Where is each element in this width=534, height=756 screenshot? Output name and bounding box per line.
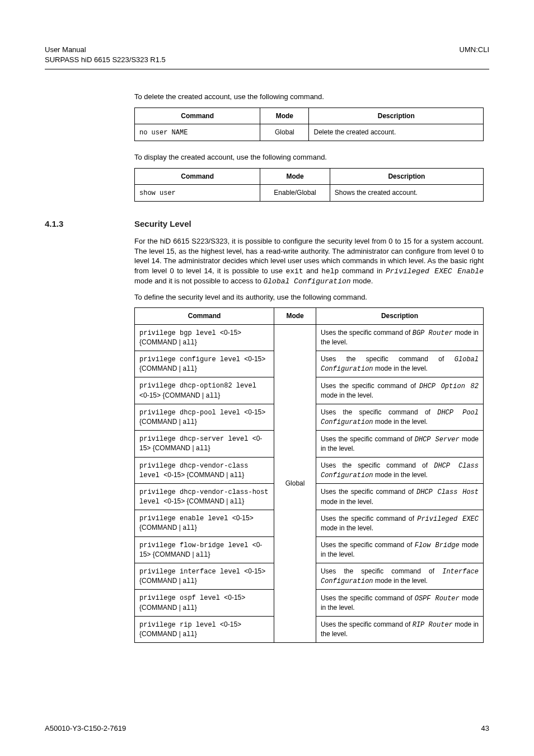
cmd-all: all <box>182 365 195 373</box>
cmd-exit: exit <box>285 267 303 276</box>
cmd-part: privilege rip level <box>139 621 220 629</box>
desc-text: Uses the specific command of <box>321 461 434 469</box>
th-command: Command <box>135 168 260 184</box>
td-desc: Uses the specific command of Interface C… <box>316 563 483 590</box>
cmd-all: all <box>182 631 195 638</box>
td-desc: Shows the created account. <box>330 184 483 201</box>
desc-mode-name: DHCP Class Host <box>416 488 479 496</box>
para-display: To display the created account, use the … <box>134 152 484 162</box>
cmd-level-range: <0-15> <box>224 594 245 601</box>
td-command: privilege configure level <0-15> {COMMAN… <box>135 351 274 377</box>
desc-mode-name: OSPF Router <box>415 595 460 603</box>
desc-text: Uses the specific command of <box>321 620 413 628</box>
td-desc: Uses the specific command of Flow Bridge… <box>316 536 483 563</box>
desc-mode-name: DHCP Option 82 <box>419 382 479 390</box>
text: mode. <box>351 277 373 285</box>
cmd-all: all <box>196 445 208 452</box>
cmd-all: all <box>182 604 195 612</box>
cmd-level-range: <0-15> <box>244 355 265 363</box>
cmd-part: {COMMAND <box>139 604 179 612</box>
cmd-level-range: <0-15> <box>220 329 241 337</box>
cmd-part: privilege bgp level <box>139 329 220 337</box>
cmd-part: } <box>195 524 197 531</box>
header-left-line1: User Manual <box>45 45 166 55</box>
td-command: privilege enable level <0-15> {COMMAND |… <box>135 510 274 536</box>
section-title: Security Level <box>134 219 191 228</box>
cmd-text: no user NAME <box>139 129 188 137</box>
cmd-all: all <box>230 472 242 479</box>
desc-mode-name: Privileged EXEC <box>417 515 479 523</box>
cmd-part: privilege dhcp-option82 level <box>139 382 256 390</box>
desc-mode-name: Flow Bridge <box>415 542 460 549</box>
cmd-all: all <box>206 392 218 400</box>
td-desc: Uses the specific command of DHCP Class … <box>316 457 483 483</box>
cmd-part: {COMMAND <box>139 577 179 585</box>
td-desc: Uses the specific command of OSPF Router… <box>316 590 483 616</box>
cmd-level-range: <0-15> <box>244 567 265 575</box>
th-description: Description <box>330 168 483 184</box>
cmd-all: all <box>182 577 195 585</box>
desc-mode-name: RIP Router <box>413 621 453 629</box>
desc-text: mode in the level. <box>321 498 373 506</box>
cmd-text: show user <box>139 189 176 197</box>
th-description: Description <box>309 108 484 124</box>
desc-text: Uses the specific command of <box>321 408 437 416</box>
cmd-part: } <box>208 550 210 558</box>
cmd-part: } <box>195 577 197 585</box>
td-command: no user NAME <box>135 124 260 141</box>
td-desc: Uses the specific command of RIP Router … <box>316 616 483 642</box>
td-mode: Global <box>274 324 316 643</box>
cmd-level-range: <0-15> <box>220 620 241 628</box>
td-desc: Uses the specific command of DHCP Class … <box>316 483 483 510</box>
cmd-part: {COMMAND <box>151 550 192 558</box>
header: User Manual SURPASS hiD 6615 S223/S323 R… <box>45 45 489 69</box>
th-mode: Mode <box>274 308 316 324</box>
cmd-part: } <box>208 444 210 452</box>
footer-left: A50010-Y3-C150-2-7619 <box>45 724 126 734</box>
cmd-part: privilege enable level <box>139 515 232 522</box>
cmd-part: privilege configure level <box>139 356 244 363</box>
desc-text: Uses the specific command of <box>321 329 413 337</box>
cmd-part: } <box>195 604 197 612</box>
th-mode: Mode <box>260 168 330 184</box>
cmd-all: all <box>182 524 195 532</box>
td-command: privilege ospf level <0-15> {COMMAND | a… <box>135 590 274 616</box>
cmd-part: {COMMAND <box>139 365 179 372</box>
text: and <box>303 267 322 275</box>
td-command: privilege dhcp-server level <0-15> {COMM… <box>135 431 274 457</box>
cmd-part: privilege dhcp-server level <box>139 435 252 443</box>
header-left: User Manual SURPASS hiD 6615 S223/S323 R… <box>45 45 166 64</box>
section-body: For the hiD 6615 S223/S323, it is possib… <box>45 236 489 643</box>
desc-text: mode in the level. <box>373 418 428 426</box>
body-content: To delete the created account, use the f… <box>45 92 489 202</box>
desc-mode-name: DHCP Server <box>415 436 460 444</box>
cmd-part: {COMMAND <box>139 524 179 531</box>
td-command: privilege dhcp-vendor-class level <0-15>… <box>135 457 274 483</box>
td-command: privilege dhcp-pool level <0-15> {COMMAN… <box>135 404 274 430</box>
desc-text: Uses the specific command of <box>321 355 455 363</box>
footer-right: 43 <box>481 724 489 734</box>
desc-text: Uses the specific command of <box>321 435 415 443</box>
td-desc: Uses the specific command of Global Conf… <box>316 351 483 377</box>
desc-text: Uses the specific command of <box>321 382 419 390</box>
desc-text: mode in the level. <box>373 365 428 372</box>
footer: A50010-Y3-C150-2-7619 43 <box>45 724 489 734</box>
table-delete: Command Mode Description no user NAME Gl… <box>134 108 484 141</box>
cmd-all: all <box>182 339 195 347</box>
td-command: privilege rip level <0-15> {COMMAND | al… <box>135 616 274 642</box>
td-command: show user <box>135 184 260 201</box>
header-right: UMN:CLI <box>460 45 489 64</box>
desc-text: Uses the specific command of <box>321 515 417 522</box>
cmd-part: {COMMAND <box>151 444 192 452</box>
desc-text: mode in the level. <box>373 577 428 585</box>
cmd-all: all <box>196 551 208 559</box>
th-description: Description <box>316 308 483 324</box>
td-command: privilege bgp level <0-15> {COMMAND | al… <box>135 324 274 351</box>
table-display: Command Mode Description show user Enabl… <box>134 168 484 202</box>
td-command: privilege flow-bridge level <0-15> {COMM… <box>135 536 274 563</box>
cmd-part: privilege interface level <box>139 568 244 576</box>
td-command: privilege dhcp-vendor-class-host level <… <box>135 483 274 510</box>
td-mode: Global <box>260 124 309 141</box>
desc-text: mode in the level. <box>321 391 373 399</box>
td-desc: Uses the specific command of DHCP Pool C… <box>316 404 483 430</box>
